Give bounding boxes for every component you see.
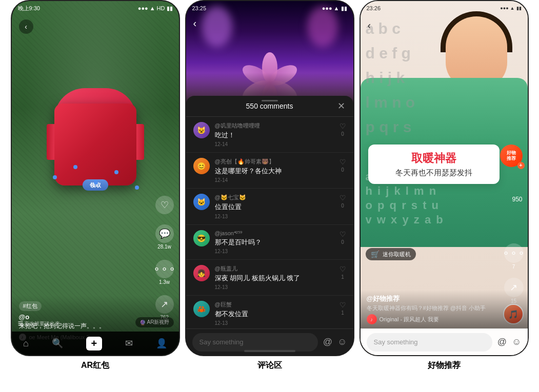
emoji-icon-phone2[interactable]: ☺ [337,337,347,347]
comment-date-4: 12-13 [215,249,228,254]
say-placeholder-phone2: Say something [199,338,244,346]
nav-search[interactable]: 🔍 [52,338,63,349]
back-button-phone3[interactable]: ‹ [368,19,371,31]
phone2-frame: 23:25 ●●● ▲ ▮▮ ‹ [185,0,354,356]
product-subtitle: 冬天再也不用瑟瑟发抖 [375,168,492,178]
wifi-icon3: ▲ [510,6,515,11]
phone1-background: 晚上9:30 ●●● ▲ HD ▮▮ ‹ [12,1,179,355]
purse-strap-right [136,124,144,160]
comment-like-2[interactable]: ♡ 0 [340,158,346,173]
say-something-bar-phone3: Say something @ ☺ [361,328,528,355]
phone3-wrapper: 23:26 ●●● ▲ ▮▮ ‹ [357,0,531,392]
live-music-text: Original - 跟风超人 我要 [380,316,440,323]
view-count1: 28.1w [157,244,171,250]
phone3-label: 好物推荐 [428,360,461,371]
heart-icon-3: ♡ [340,194,346,202]
message-action[interactable]: ⚬⚬⚬ 1.3w [155,260,174,285]
chat-count: 7 [512,264,515,270]
battery-icon: ▮▮ [167,5,173,12]
phone1-frame: 晚上9:30 ●●● ▲ HD ▮▮ ‹ [11,0,180,356]
say-placeholder-phone3: Say something [374,338,418,346]
comment-like-4[interactable]: ♡ 0 [340,230,346,245]
emoji-icon-phone3[interactable]: ☺ [512,337,521,347]
statusbar-phone2: 23:25 ●●● ▲ ▮▮ [186,1,353,15]
avatar-1: 😺 [193,122,210,138]
like-count-2: 0 [341,167,344,173]
at-icon-phone3[interactable]: @ [497,337,507,347]
heart-action[interactable]: ♡ [155,196,174,214]
person-face [446,16,507,88]
shopping-tag[interactable]: 🛒 迷你取暖机 [366,248,416,260]
battery-icon2: ▮▮ [341,5,347,12]
live-music-bar: ♪ Original - 跟风超人 我要 [367,314,522,324]
add-icon: + [86,337,103,350]
comment-item: 👧 @瓶盖儿 深夜 胡同儿 板筋火锅儿 饿了 12-13 ♡ 1 [186,260,353,296]
live-chat-action[interactable]: ⚬⚬⚬ 7 [504,243,524,270]
comment-like-6[interactable]: ♡ 1 [340,301,346,316]
avatar-2: 😊 [193,158,210,174]
avatar-4: 😎 [193,230,210,246]
comment-text-1: 吃过！ [215,131,334,140]
hashtag-tag[interactable]: #红包 [19,301,42,311]
message-icon: ⚬⚬⚬ [155,260,174,278]
comment-username-6: @巨蟹 [215,301,334,308]
phone1-label: AR红包 [81,360,109,371]
recommend-line2: 推荐 [507,156,516,161]
comments-header: 550 comments ✕ [186,96,353,117]
phone1-wrapper: 晚上9:30 ●●● ▲ HD ▮▮ ‹ [8,0,183,392]
say-input-phone3[interactable]: Say something [367,333,492,352]
comment-like-1[interactable]: ♡ 0 [340,122,346,137]
comment-item: 😎 @jason⁴²⁵⁹ 那不是百叶吗？ 12-13 ♡ 0 [186,225,353,260]
comment-list: 😺 @叽里咕噜哩哩哩 吃过！ 12-14 ♡ 0 [186,117,353,356]
at-icon-phone2[interactable]: @ [323,337,332,347]
comment-content-3: @🐱七宝🐱 位置位置 12-13 [215,194,334,219]
statusbar-phone1: 晚上9:30 ●●● ▲ HD ▮▮ [12,1,179,15]
heart-icon-6: ♡ [340,301,346,309]
avatar-6: 🦀 [193,301,210,317]
say-input-phone2[interactable]: Say something [192,333,318,352]
product-card: 取暖神器 冬天再也不用瑟瑟发抖 [368,145,500,184]
watermark-text: ☰ 喜欢就要说出来 [18,320,61,327]
performer-area [244,52,295,98]
recommend-plus: + [517,162,525,169]
comment-meta-5: 12-13 [215,284,334,290]
hashtag-text: #红包 [23,302,37,310]
comment-like-3[interactable]: ♡ 0 [340,194,346,209]
back-button-phone1[interactable]: ‹ [19,19,33,34]
comment-date-6: 12-13 [215,320,228,326]
comment-action[interactable]: 💬 28.1w [155,224,174,250]
comment-username-4: @jason⁴²⁵⁹ [215,230,334,237]
comment-text-5: 深夜 胡同儿 板筋火锅儿 饿了 [215,274,334,283]
comment-content-1: @叽里咕噜哩哩哩 吃过！ 12-14 [215,122,334,147]
chat-bubble-icon: ⚬⚬⚬ [504,243,524,263]
avatar-icon-5: 👧 [197,269,206,277]
status-icons-phone2: ●●● ▲ ▮▮ [322,5,347,12]
view-count-area: 950 [512,196,522,203]
username-phone1: @o [19,313,172,321]
comment-item: 🐱 @🐱七宝🐱 位置位置 12-13 ♡ 0 [186,189,353,224]
nav-add[interactable]: + [86,337,103,350]
back-button-phone2[interactable]: ‹ [193,17,197,29]
avatar-icon-1: 😺 [197,126,206,134]
heart-icon-1: ♡ [340,122,346,130]
heart-icon-2: ♡ [340,158,346,166]
comment-username-3: @🐱七宝🐱 [215,194,334,201]
nav-profile[interactable]: 👤 [156,338,167,349]
purse-clasp[interactable]: 领取 [83,179,108,191]
comment-text-3: 位置位置 [215,202,334,212]
profile-icon: 👤 [156,338,167,349]
statusbar-phone3: 23:26 ●●● ▲ ▮▮ [361,1,528,15]
nav-inbox[interactable]: ✉ [125,338,133,349]
tiktok-watermark: ☰ 喜欢就要说出来 [18,320,61,327]
comment-text-4: 那不是百叶吗？ [215,238,334,247]
comment-text-6: 都不发位置 [215,310,334,319]
close-button[interactable]: ✕ [337,100,345,112]
wifi-icon2: ▲ [334,5,340,11]
phone3-frame: 23:26 ●●● ▲ ▮▮ ‹ [360,0,529,356]
recommend-badge: 好物 推荐 + [500,145,523,167]
comments-count-title: 550 comments [246,102,293,110]
nav-home[interactable]: ⌂ [23,338,29,349]
ar-dots [53,175,57,179]
avatar-icon-3: 🐱 [197,198,206,206]
comment-like-5[interactable]: ♡ 1 [340,265,346,280]
